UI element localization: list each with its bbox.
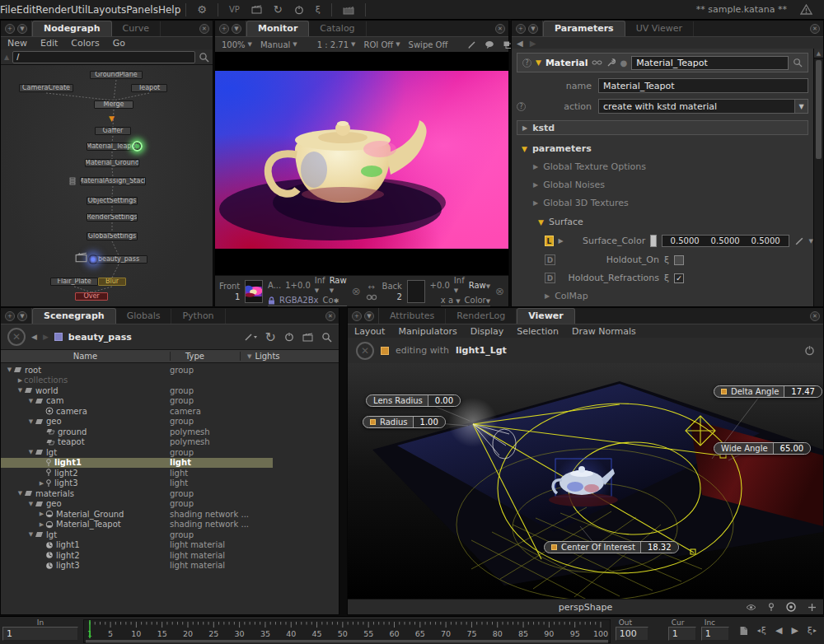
lock-icon[interactable] bbox=[268, 296, 275, 305]
expand-triangle-icon[interactable]: ▶ bbox=[533, 199, 538, 207]
collapse-triangle-icon[interactable]: ▼ bbox=[536, 58, 541, 67]
back-inf-dropdown[interactable]: Inf ▼ bbox=[454, 276, 465, 294]
close-panel-icon[interactable]: ✕ bbox=[495, 24, 505, 34]
pen-dropdown-icon[interactable] bbox=[244, 333, 257, 342]
annotation-bubble-icon[interactable] bbox=[481, 40, 498, 49]
chevron-down-icon[interactable]: ▼ bbox=[247, 353, 251, 360]
viewport-3d[interactable]: Lens Radius0.00Radius1.00Delta Angle17.4… bbox=[348, 363, 823, 599]
location-name[interactable]: Material_Ground bbox=[56, 510, 124, 519]
clapperboard-icon[interactable] bbox=[337, 5, 360, 15]
holdout_refractions-checkbox[interactable]: ✓ bbox=[674, 273, 684, 283]
column-type[interactable]: Type bbox=[170, 352, 240, 361]
link-buffers-icon[interactable] bbox=[366, 294, 377, 301]
view-flag-icon[interactable]: ▼ bbox=[109, 114, 115, 123]
scenegraph-row-light3[interactable]: light3light material bbox=[1, 561, 339, 572]
scenegraph-row-ground[interactable]: groundpolymesh bbox=[1, 427, 339, 437]
color-swatch[interactable] bbox=[650, 235, 656, 247]
menu-file[interactable]: File bbox=[0, 4, 16, 16]
close-panel-icon[interactable]: ✕ bbox=[810, 311, 820, 321]
location-name[interactable]: world bbox=[35, 386, 59, 395]
scenegraph-row-lgt[interactable]: ▼lgtgroup bbox=[1, 447, 339, 458]
in-frame-field[interactable]: 1 bbox=[2, 627, 78, 641]
tab-scenegraph[interactable]: Scenegraph bbox=[32, 308, 116, 324]
menu-panels[interactable]: Panels bbox=[126, 4, 158, 16]
tab-catalog[interactable]: Catalog bbox=[309, 21, 366, 36]
scenegraph-row-root[interactable]: ▼rootgroup bbox=[1, 365, 339, 376]
back-clear-icon[interactable]: ⊗ bbox=[495, 285, 504, 297]
history-icon[interactable]: ▲ bbox=[4, 54, 9, 61]
location-name[interactable]: lgt bbox=[46, 448, 57, 457]
node-gaffer[interactable]: Gaffer bbox=[95, 127, 131, 135]
expand-triangle-icon[interactable]: ▶ bbox=[559, 237, 564, 245]
clear-working-set-icon[interactable]: ✕ bbox=[7, 328, 26, 346]
expand-icon[interactable]: ▶ bbox=[38, 511, 45, 517]
scenegraph-row-camera[interactable]: cameracamera bbox=[1, 406, 339, 417]
swipe-toggle[interactable]: Swipe Off bbox=[405, 40, 452, 49]
render-slate-icon[interactable] bbox=[302, 333, 313, 342]
warning-icon[interactable] bbox=[800, 4, 812, 15]
param-group-global-texture-options[interactable]: ▶Global Texture Options bbox=[533, 161, 813, 172]
refresh-cycle-icon[interactable]: ↻ bbox=[265, 329, 276, 345]
clear-edit-icon[interactable]: ✕ bbox=[356, 342, 374, 360]
location-name[interactable]: light3 bbox=[56, 561, 80, 570]
out-frame-field[interactable]: 100 bbox=[616, 627, 648, 641]
location-name[interactable]: light2 bbox=[54, 469, 78, 478]
front-channels[interactable]: RGBA2Bx bbox=[279, 296, 319, 305]
column-lights[interactable]: ▼Lights bbox=[240, 352, 280, 361]
hud-wide-angle[interactable]: Wide Angle65.00 bbox=[714, 442, 811, 455]
hud-value[interactable]: 0.00 bbox=[428, 395, 460, 406]
scenegraph-row-geo[interactable]: ▼geogroup bbox=[1, 499, 339, 510]
hud-center-of-interest[interactable]: Center Of Interest18.32 bbox=[544, 541, 679, 553]
add-tab-icon[interactable]: + bbox=[5, 24, 15, 34]
node-blur[interactable]: Blur bbox=[98, 278, 126, 286]
search-icon[interactable] bbox=[321, 332, 332, 343]
add-tab-icon[interactable]: + bbox=[516, 24, 526, 34]
scenegraph-row-light2[interactable]: light2light material bbox=[1, 550, 339, 561]
prev-keyframe-icon[interactable]: ◂ξ bbox=[757, 625, 766, 636]
tab-parameters[interactable]: Parameters bbox=[543, 21, 625, 36]
collapse-icon[interactable]: ▼ bbox=[27, 531, 35, 538]
location-name[interactable]: geo bbox=[46, 417, 62, 426]
expand-triangle-icon[interactable]: ▶ bbox=[522, 124, 527, 132]
scenegraph-row-teapot[interactable]: teapotpolymesh bbox=[1, 437, 339, 448]
front-thumbnail[interactable] bbox=[245, 280, 263, 303]
front-raw-dropdown[interactable]: Raw ▼ bbox=[330, 276, 347, 294]
default-value-badge[interactable]: D bbox=[545, 273, 555, 283]
menu-help[interactable]: Help bbox=[158, 4, 180, 16]
hud-lens-radius[interactable]: Lens Radius0.00 bbox=[366, 394, 461, 407]
current-frame-field[interactable]: 1 bbox=[668, 627, 696, 641]
front-color-dropdown[interactable]: Co✱ bbox=[323, 296, 339, 305]
collapse-icon[interactable]: ▼ bbox=[6, 366, 13, 373]
back-xa-dropdown[interactable]: x a ▼ bbox=[441, 296, 461, 305]
front-inf-dropdown[interactable]: Inf ▼ bbox=[315, 276, 325, 294]
location-name[interactable]: light1 bbox=[56, 540, 80, 549]
increment-field[interactable]: 1 bbox=[701, 627, 729, 641]
forward-icon[interactable]: ▶ bbox=[43, 333, 49, 341]
collapse-icon[interactable]: ▼ bbox=[27, 449, 35, 455]
annotate-pen-icon[interactable] bbox=[464, 40, 480, 49]
menu-util[interactable]: Util bbox=[71, 4, 87, 16]
column-name[interactable]: Name bbox=[1, 352, 170, 361]
default-value-badge[interactable]: D bbox=[545, 254, 555, 265]
hud-value[interactable]: 65.00 bbox=[773, 443, 811, 454]
scenegraph-row-material_ground[interactable]: ▶Material_Groundshading network ... bbox=[1, 509, 339, 520]
back-icon[interactable]: ◀ bbox=[31, 333, 37, 341]
power-icon[interactable] bbox=[288, 5, 310, 15]
panel-menu-icon[interactable]: ▼ bbox=[528, 24, 538, 34]
hud-value[interactable]: 1.00 bbox=[413, 417, 445, 427]
chevron-down-icon[interactable]: ▼ bbox=[794, 100, 808, 113]
color-values-field[interactable]: 0.50000.50000.5000 bbox=[662, 235, 789, 247]
node-material_teapot[interactable]: Material_Teapot bbox=[87, 142, 138, 151]
node-objectsettings[interactable]: ObjectSettings bbox=[87, 197, 138, 205]
scenegraph-row-light2[interactable]: light2light bbox=[1, 468, 339, 478]
prev-frame-icon[interactable]: ◀ bbox=[775, 625, 782, 636]
update-mode-dropdown[interactable]: Manual▼ bbox=[257, 40, 301, 49]
keyframe-icon[interactable]: ξ bbox=[664, 254, 669, 265]
collapse-icon[interactable]: ▼ bbox=[27, 398, 35, 404]
add-tab-icon[interactable]: + bbox=[5, 311, 15, 321]
collapse-triangle-icon[interactable]: ▼ bbox=[538, 218, 544, 226]
node-beauty_pass[interactable]: beauty_pass bbox=[90, 255, 147, 264]
menu-layouts[interactable]: Layouts bbox=[87, 4, 126, 16]
help-icon[interactable]: ? bbox=[522, 58, 531, 68]
collapse-icon[interactable]: ▼ bbox=[27, 501, 35, 507]
